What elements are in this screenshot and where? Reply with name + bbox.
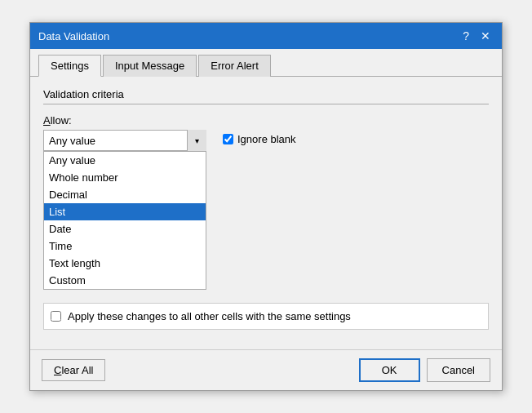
tabs-bar: Settings Input Message Error Alert <box>30 49 502 77</box>
dropdown-item[interactable]: Any value <box>44 152 206 169</box>
settings-content: Validation criteria Allow: Any value ▾ A… <box>30 77 502 349</box>
cancel-button[interactable]: Cancel <box>427 358 490 382</box>
allow-row: Any value ▾ Any valueWhole numberDecimal… <box>43 130 489 290</box>
allow-select-display[interactable]: Any value <box>43 130 206 151</box>
apply-changes-row: Apply these changes to all other cells w… <box>43 303 489 330</box>
dropdown-item[interactable]: Custom <box>44 272 206 289</box>
dropdown-item[interactable]: Decimal <box>44 186 206 203</box>
dialog-footer: Clear All OK Cancel <box>30 349 502 390</box>
allow-dropdown-list: Any valueWhole numberDecimalListDateTime… <box>43 151 206 290</box>
ignore-blank-label: Ignore blank <box>237 133 296 145</box>
title-bar: Data Validation ? ✕ <box>30 23 502 49</box>
dialog-title: Data Validation <box>38 30 109 42</box>
ignore-blank-checkbox[interactable] <box>223 134 233 144</box>
dropdown-item[interactable]: List <box>44 203 206 220</box>
dropdown-item[interactable]: Time <box>44 238 206 255</box>
dialog-body: Settings Input Message Error Alert Valid… <box>30 49 502 390</box>
dropdown-item[interactable]: Whole number <box>44 169 206 186</box>
clear-all-button[interactable]: Clear All <box>42 359 105 381</box>
ignore-blank-area: Ignore blank <box>223 133 296 145</box>
ok-button[interactable]: OK <box>359 358 420 382</box>
tab-settings[interactable]: Settings <box>38 55 101 77</box>
title-bar-controls: ? ✕ <box>459 30 494 42</box>
tab-error-alert[interactable]: Error Alert <box>198 55 271 77</box>
help-button[interactable]: ? <box>459 30 472 42</box>
footer-right: OK Cancel <box>359 358 490 382</box>
dropdown-item[interactable]: Text length <box>44 255 206 272</box>
allow-select-container: Any value ▾ Any valueWhole numberDecimal… <box>43 130 206 290</box>
allow-label: Allow: <box>43 114 489 127</box>
apply-changes-checkbox[interactable] <box>51 311 61 322</box>
footer-left: Clear All <box>42 359 105 381</box>
allow-select-wrapper: Any value ▾ <box>43 130 206 151</box>
validation-criteria-label: Validation criteria <box>43 88 489 104</box>
dropdown-item[interactable]: Date <box>44 220 206 238</box>
close-button[interactable]: ✕ <box>477 30 494 42</box>
apply-changes-label: Apply these changes to all other cells w… <box>68 310 351 322</box>
tab-input-message[interactable]: Input Message <box>103 55 197 77</box>
data-validation-dialog: Data Validation ? ✕ Settings Input Messa… <box>29 22 503 391</box>
